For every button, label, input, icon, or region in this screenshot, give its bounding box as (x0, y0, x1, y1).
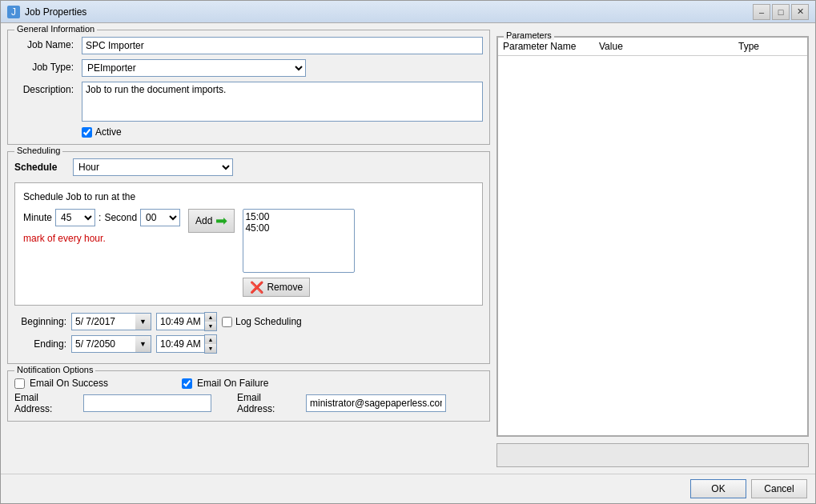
minimize-button[interactable]: – (753, 4, 770, 20)
ending-time-down[interactable]: ▼ (205, 344, 216, 353)
ending-time-input[interactable] (156, 335, 204, 353)
beginning-row: Beginning: ▼ ▲ ▼ Log Schedul (14, 312, 483, 331)
times-list[interactable]: 15:00 45:00 (243, 209, 355, 273)
parameters-title: Parameters (504, 30, 554, 40)
remove-button[interactable]: ❌ Remove (243, 278, 310, 297)
add-label: Add (195, 215, 212, 226)
schedule-type-row: Schedule Hour Minute Day Week Month (14, 158, 483, 176)
left-panel: General Information Job Name: Job Type: … (7, 30, 490, 467)
log-scheduling-row: Log Scheduling (222, 316, 302, 327)
beginning-time-wrapper: ▲ ▼ (156, 312, 217, 331)
active-row: Active (82, 126, 483, 138)
parameters-action-box (496, 443, 809, 467)
minute-label: Minute (23, 212, 52, 223)
main-content: General Information Job Name: Job Type: … (1, 23, 815, 474)
beginning-time-up[interactable]: ▲ (205, 313, 216, 322)
second-select[interactable]: 00 (140, 209, 180, 226)
title-controls: – □ ✕ (753, 4, 809, 20)
job-name-row: Job Name: (14, 37, 483, 54)
param-type-header: Type (738, 41, 802, 52)
general-info-title: General Information (14, 24, 97, 34)
email-failure-address-input[interactable] (306, 394, 446, 412)
parameters-body (498, 56, 807, 435)
ending-cal-button[interactable]: ▼ (135, 335, 151, 353)
parameters-header: Parameter Name Value Type (498, 38, 807, 56)
title-bar-left: J Job Properties (7, 6, 86, 18)
beginning-date-wrapper: ▼ (71, 313, 151, 330)
scheduling-title: Scheduling (14, 146, 62, 155)
notification-rows: Email On Success Email On Failure Email … (14, 378, 483, 414)
add-button[interactable]: Add ➡ (188, 209, 235, 233)
title-bar: J Job Properties – □ ✕ (1, 1, 815, 23)
email-success-address-input[interactable] (83, 394, 211, 412)
email-success-label: Email On Success (30, 378, 108, 389)
notification-group: Notification Options Email On Success Em… (7, 370, 490, 422)
inner-box-label: Schedule Job to run at the (23, 191, 474, 202)
beginning-label: Beginning: (14, 316, 66, 327)
ending-time-up[interactable]: ▲ (205, 335, 216, 344)
beginning-date-input[interactable] (71, 313, 135, 330)
job-type-label: Job Type: (14, 59, 78, 73)
schedule-inner-box: Schedule Job to run at the Minute 45 : S… (14, 182, 483, 306)
description-row: Description: Job to run the document imp… (14, 82, 483, 122)
active-checkbox[interactable] (82, 127, 92, 138)
email-options-row: Email On Success Email On Failure (14, 378, 483, 389)
every-hour-text: mark of every hour. (23, 233, 180, 244)
close-button[interactable]: ✕ (791, 4, 809, 20)
job-name-label: Job Name: (14, 37, 78, 50)
bottom-bar: OK Cancel (1, 474, 815, 503)
general-info-group: General Information Job Name: Job Type: … (7, 30, 490, 145)
ending-time-wrapper: ▲ ▼ (156, 334, 217, 354)
param-name-header: Parameter Name (503, 41, 599, 52)
description-label: Description: (14, 82, 78, 95)
schedule-inner-left: Minute 45 : Second 00 mark of every (23, 209, 180, 244)
ending-label: Ending: (14, 338, 66, 350)
email-address-row: Email Address: Email Address: (14, 392, 483, 414)
second-label: Second (104, 212, 137, 223)
beginning-time-down[interactable]: ▼ (205, 322, 216, 330)
parameters-container: Parameter Name Value Type (497, 37, 808, 436)
maximize-button[interactable]: □ (772, 4, 790, 20)
log-scheduling-checkbox[interactable] (222, 317, 232, 327)
arrow-icon: ➡ (215, 212, 227, 230)
remove-icon: ❌ (250, 281, 263, 294)
ending-time-spinners: ▲ ▼ (204, 334, 217, 354)
email-failure-checkbox[interactable] (182, 378, 192, 389)
beginning-cal-button[interactable]: ▼ (135, 313, 151, 330)
schedule-label: Schedule (14, 162, 66, 173)
window-title: Job Properties (25, 6, 86, 18)
schedule-select[interactable]: Hour Minute Day Week Month (73, 158, 233, 176)
scheduling-group: Scheduling Schedule Hour Minute Day Week… (7, 151, 490, 364)
job-properties-window: J Job Properties – □ ✕ General Informati… (0, 0, 816, 504)
ending-date-input[interactable] (71, 335, 135, 353)
ending-date-wrapper: ▼ (71, 335, 151, 353)
colon-separator: : (98, 212, 101, 223)
minute-select[interactable]: 45 (55, 209, 95, 226)
minute-second-row: Minute 45 : Second 00 (23, 209, 180, 226)
right-panel: Parameters Parameter Name Value Type (496, 30, 809, 467)
window-icon: J (7, 6, 20, 18)
job-type-row: Job Type: PEImporter (14, 59, 483, 77)
email-failure-label: Email On Failure (197, 378, 268, 389)
email-success-checkbox[interactable] (14, 378, 25, 389)
remove-label: Remove (267, 282, 303, 293)
beginning-time-spinners: ▲ ▼ (204, 312, 217, 331)
ending-row: Ending: ▼ ▲ ▼ (14, 334, 483, 354)
log-scheduling-label: Log Scheduling (235, 316, 302, 327)
cancel-button[interactable]: Cancel (751, 479, 807, 498)
email-address-label-2: Email Address: (237, 392, 301, 414)
job-name-input[interactable] (82, 37, 483, 54)
param-value-header: Value (599, 41, 738, 52)
times-container: 15:00 45:00 ❌ Remove (243, 209, 355, 297)
ok-button[interactable]: OK (690, 479, 746, 498)
active-label: Active (95, 126, 122, 138)
parameters-outer: Parameters Parameter Name Value Type (496, 36, 809, 437)
description-textarea[interactable]: Job to run the document imports. (82, 82, 483, 122)
job-type-select[interactable]: PEImporter (82, 59, 306, 77)
email-address-label-1: Email Address: (14, 392, 78, 414)
beginning-time-input[interactable] (156, 313, 204, 330)
notification-title: Notification Options (14, 365, 95, 374)
schedule-inner-content: Minute 45 : Second 00 mark of every (23, 209, 474, 297)
